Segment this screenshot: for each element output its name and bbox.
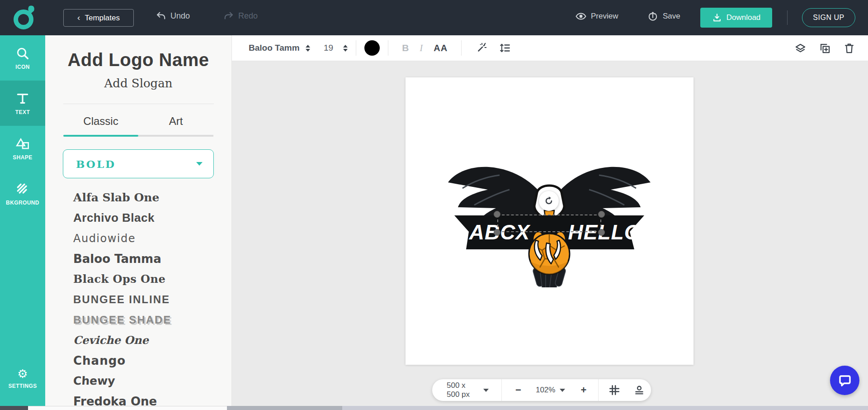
zoom-in-button[interactable]: + bbox=[579, 384, 588, 396]
eye-icon bbox=[576, 11, 586, 22]
selection-handle-top-right[interactable] bbox=[598, 211, 605, 218]
canvas-size-value: 500 x 500 px bbox=[447, 381, 473, 399]
download-icon bbox=[712, 13, 722, 23]
zoom-level-select[interactable]: 102% bbox=[536, 386, 565, 395]
sidebar-item-text[interactable]: TEXT bbox=[0, 81, 45, 126]
topbar-divider bbox=[787, 10, 788, 25]
signup-label: SIGN UP bbox=[813, 14, 844, 22]
chat-widget-button[interactable] bbox=[830, 366, 859, 395]
snap-toggle-button[interactable] bbox=[633, 384, 645, 396]
undo-button[interactable]: Undo bbox=[156, 11, 190, 21]
selection-box[interactable] bbox=[497, 215, 601, 232]
preview-label: Preview bbox=[591, 12, 618, 21]
save-upload-icon bbox=[647, 11, 658, 22]
font-option-black-ops-one[interactable]: Black Ops One bbox=[73, 269, 231, 289]
logo-name-input[interactable]: Add Logo Name bbox=[45, 50, 231, 70]
tab-underline-active bbox=[63, 135, 138, 137]
redo-button[interactable]: Redo bbox=[224, 11, 258, 21]
font-option-chewy[interactable]: Chewy bbox=[73, 371, 232, 391]
sidebar-item-label: ICON bbox=[15, 64, 30, 70]
effects-button[interactable] bbox=[476, 42, 487, 54]
trash-icon bbox=[843, 42, 855, 54]
font-tabs: Classic Art bbox=[63, 115, 213, 135]
undo-label: Undo bbox=[170, 11, 190, 21]
rotate-handle[interactable] bbox=[539, 191, 559, 211]
text-icon bbox=[15, 91, 30, 106]
redo-label: Redo bbox=[238, 11, 258, 21]
slogan-input[interactable]: Add Slogan bbox=[45, 76, 231, 90]
font-option-alfa-slab-one[interactable]: Alfa Slab One bbox=[73, 187, 231, 208]
templates-button[interactable]: ‹ Templates bbox=[63, 9, 134, 27]
sidebar-item-background[interactable]: BKGROUND bbox=[0, 171, 45, 216]
redo-icon bbox=[224, 11, 234, 21]
brand-logo-icon bbox=[12, 5, 38, 32]
text-color-swatch[interactable] bbox=[364, 40, 380, 56]
grid-icon bbox=[609, 384, 620, 396]
font-list: Alfa Slab OneArchivo BlackAudiowideBaloo… bbox=[73, 187, 231, 410]
download-label: Download bbox=[726, 13, 761, 22]
layer-actions bbox=[794, 42, 855, 54]
font-option-bungee-inline[interactable]: BUNGEE INLINE bbox=[73, 289, 231, 310]
preview-button[interactable]: Preview bbox=[576, 11, 618, 22]
selection-handle-bottom-right[interactable] bbox=[598, 229, 605, 236]
sidebar-item-label: SETTINGS bbox=[8, 383, 37, 389]
chevron-down-icon bbox=[196, 162, 203, 166]
font-option-baloo-tamma[interactable]: Baloo Tamma bbox=[73, 248, 231, 269]
font-option-audiowide[interactable]: Audiowide bbox=[73, 228, 231, 248]
back-chevron-icon: ‹ bbox=[77, 13, 80, 22]
italic-button[interactable]: I bbox=[420, 43, 423, 54]
zoom-out-button[interactable]: − bbox=[514, 384, 523, 396]
sidebar-item-settings[interactable]: ⚙ SETTINGS bbox=[0, 360, 45, 396]
gear-icon: ⚙ bbox=[17, 368, 28, 380]
signup-button[interactable]: SIGN UP bbox=[802, 8, 855, 27]
text-panel: Add Logo Name Add Slogan Classic Art BOL… bbox=[45, 35, 232, 410]
chat-icon bbox=[838, 373, 852, 388]
font-category-value: BOLD bbox=[76, 158, 116, 170]
sidebar-item-label: TEXT bbox=[15, 109, 30, 115]
undo-icon bbox=[156, 11, 166, 21]
font-size-spinner[interactable] bbox=[343, 45, 348, 52]
sidebar-item-icon[interactable]: ICON bbox=[0, 35, 45, 81]
font-option-bungee-shade[interactable]: BUNGEE SHADE bbox=[73, 310, 231, 330]
canvas-size-select[interactable]: 500 x 500 px bbox=[447, 381, 489, 399]
tab-art[interactable]: Art bbox=[138, 115, 213, 135]
font-family-spinner[interactable] bbox=[306, 45, 310, 52]
download-button[interactable]: Download bbox=[700, 8, 772, 28]
snap-position-icon bbox=[633, 384, 645, 396]
bottom-edge-segment bbox=[342, 406, 868, 410]
bold-button[interactable]: B bbox=[402, 43, 409, 53]
bottom-edge-segment bbox=[28, 406, 227, 410]
font-option-ceviche-one[interactable]: Ceviche One bbox=[73, 330, 231, 350]
line-spacing-button[interactable] bbox=[499, 42, 511, 54]
font-option-archivo-black[interactable]: Archivo Black bbox=[73, 208, 231, 228]
bottom-edge-segment bbox=[0, 406, 28, 410]
shapes-icon bbox=[15, 137, 30, 151]
canvas-area[interactable]: ABCX HELLO bbox=[232, 61, 868, 410]
duplicate-button[interactable] bbox=[819, 42, 831, 54]
tab-underline-inactive bbox=[138, 135, 213, 137]
delete-button[interactable] bbox=[843, 42, 855, 54]
font-family-select[interactable]: Baloo Tamma bbox=[249, 43, 310, 53]
tab-underline bbox=[63, 135, 213, 137]
save-label: Save bbox=[663, 12, 680, 21]
rotate-icon bbox=[543, 195, 554, 206]
uppercase-button[interactable]: AA bbox=[434, 43, 448, 53]
sidebar-item-label: SHAPE bbox=[13, 154, 32, 161]
toolbar-divider bbox=[388, 40, 388, 56]
brand-logo[interactable] bbox=[12, 5, 38, 32]
selection-handle-top-left[interactable] bbox=[494, 211, 500, 218]
toolbar-divider bbox=[356, 40, 356, 56]
sidebar-item-shape[interactable]: SHAPE bbox=[0, 126, 45, 171]
font-option-chango[interactable]: Chango bbox=[73, 350, 231, 371]
layers-icon bbox=[794, 42, 807, 54]
zoombar-divider bbox=[501, 379, 502, 401]
layers-button[interactable] bbox=[794, 42, 807, 54]
font-size-value: 19 bbox=[324, 43, 333, 53]
font-category-dropdown[interactable]: BOLD bbox=[63, 149, 214, 178]
tab-classic[interactable]: Classic bbox=[63, 115, 138, 135]
sidebar-item-label: BKGROUND bbox=[6, 200, 39, 206]
toolbar-divider bbox=[461, 40, 462, 56]
save-button[interactable]: Save bbox=[647, 11, 680, 22]
grid-toggle-button[interactable] bbox=[609, 384, 620, 396]
selection-handle-bottom-left[interactable] bbox=[494, 229, 500, 236]
